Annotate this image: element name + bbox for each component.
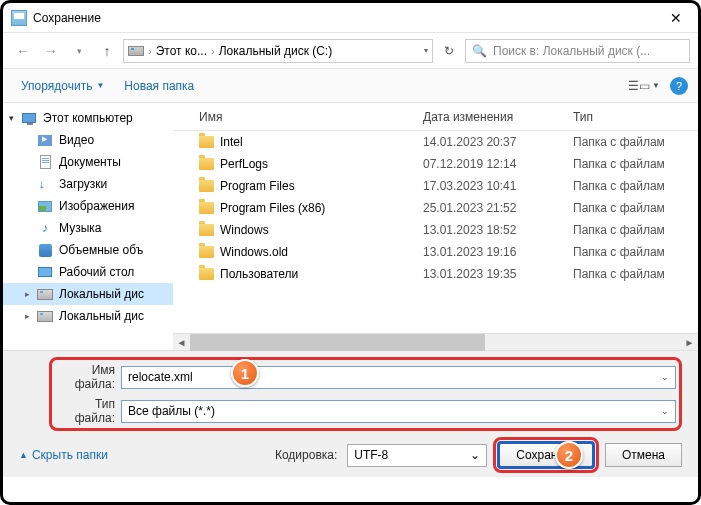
encoding-label: Кодировка: xyxy=(275,448,337,462)
tree-item-label: Локальный дис xyxy=(59,287,144,301)
folder-icon xyxy=(199,180,214,192)
file-type: Папка с файлам xyxy=(573,267,698,281)
refresh-button[interactable]: ↻ xyxy=(437,39,461,63)
doc-icon xyxy=(37,154,53,170)
nav-up-button[interactable]: ↑ xyxy=(95,39,119,63)
folder-icon xyxy=(199,202,214,214)
file-row[interactable]: Intel14.01.2023 20:37Папка с файлам xyxy=(173,131,698,153)
file-type: Папка с файлам xyxy=(573,201,698,215)
filename-label: Имя файла: xyxy=(55,363,121,391)
file-row[interactable]: PerfLogs07.12.2019 12:14Папка с файлам xyxy=(173,153,698,175)
file-row[interactable]: Program Files17.03.2023 10:41Папка с фай… xyxy=(173,175,698,197)
expand-icon[interactable] xyxy=(25,289,35,299)
file-name: Intel xyxy=(220,135,243,149)
tree-item[interactable]: Локальный дис xyxy=(3,305,173,327)
nav-row: ← → ▾ ↑ › Этот ко... › Локальный диск (C… xyxy=(3,33,698,69)
tree-item[interactable]: ♪Музыка xyxy=(3,217,173,239)
chevron-down-icon[interactable]: ⌄ xyxy=(661,406,669,416)
breadcrumb-drive[interactable]: Локальный диск (C:) xyxy=(219,44,333,58)
close-button[interactable]: ✕ xyxy=(662,10,690,26)
tree-item[interactable]: Объемные объ xyxy=(3,239,173,261)
folder-icon xyxy=(199,158,214,170)
nav-back-button[interactable]: ← xyxy=(11,39,35,63)
breadcrumb-sep-icon: › xyxy=(148,45,152,57)
expand-icon[interactable] xyxy=(25,311,35,321)
search-box[interactable]: 🔍 Поиск в: Локальный диск (... xyxy=(465,39,690,63)
chevron-down-icon[interactable]: ⌄ xyxy=(470,448,480,462)
window-title: Сохранение xyxy=(33,11,662,25)
file-row[interactable]: Пользователи13.01.2023 19:35Папка с файл… xyxy=(173,263,698,285)
file-date: 17.03.2023 10:41 xyxy=(423,179,573,193)
hide-folders-link[interactable]: ▲ Скрыть папки xyxy=(19,448,108,462)
file-name: Program Files (x86) xyxy=(220,201,325,215)
tree-item[interactable]: Изображения xyxy=(3,195,173,217)
breadcrumb-sep-icon: › xyxy=(211,45,215,57)
3d-icon xyxy=(37,242,53,258)
file-name: Windows xyxy=(220,223,269,237)
file-row[interactable]: Windows.old13.01.2023 19:16Папка с файла… xyxy=(173,241,698,263)
chevron-down-icon[interactable]: ⌄ xyxy=(661,372,669,382)
col-type-header[interactable]: Тип xyxy=(573,110,698,124)
scrollbar-thumb[interactable] xyxy=(190,334,485,351)
app-icon xyxy=(11,10,27,26)
tree-item[interactable]: Локальный дис xyxy=(3,283,173,305)
title-bar: Сохранение ✕ xyxy=(3,3,698,33)
file-type: Папка с файлам xyxy=(573,157,698,171)
breadcrumb-pc[interactable]: Этот ко... xyxy=(156,44,207,58)
view-mode-button[interactable]: ☰▭ ▼ xyxy=(628,79,660,93)
file-name: PerfLogs xyxy=(220,157,268,171)
tree-pc[interactable]: Этот компьютер xyxy=(3,107,173,129)
pc-icon xyxy=(22,113,36,123)
filetype-select[interactable]: Все файлы (*.*) ⌄ xyxy=(121,400,676,423)
tree-item-label: Изображения xyxy=(59,199,134,213)
drv-icon xyxy=(37,308,53,324)
scroll-left-icon[interactable]: ◄ xyxy=(173,337,190,348)
annotation-badge-1: 1 xyxy=(231,359,259,387)
organize-button[interactable]: Упорядочить▼ xyxy=(21,79,104,93)
folder-icon xyxy=(199,246,214,258)
img-icon xyxy=(37,198,53,214)
search-icon: 🔍 xyxy=(472,44,487,58)
nav-recent-drop[interactable]: ▾ xyxy=(67,39,91,63)
encoding-value: UTF-8 xyxy=(354,448,388,462)
collapse-icon: ▲ xyxy=(19,450,28,460)
file-date: 14.01.2023 20:37 xyxy=(423,135,573,149)
down-icon xyxy=(37,176,53,192)
tree-item-label: Локальный дис xyxy=(59,309,144,323)
address-dropdown-icon[interactable]: ▾ xyxy=(424,46,428,55)
filename-input[interactable] xyxy=(128,370,661,384)
file-row[interactable]: Program Files (x86)25.01.2023 21:52Папка… xyxy=(173,197,698,219)
address-bar[interactable]: › Этот ко... › Локальный диск (C:) ▾ xyxy=(123,39,433,63)
tree-item[interactable]: Документы xyxy=(3,151,173,173)
expand-icon[interactable] xyxy=(9,113,19,123)
tree-item-label: Музыка xyxy=(59,221,101,235)
folder-icon xyxy=(199,224,214,236)
horizontal-scrollbar[interactable]: ◄ ► xyxy=(173,333,698,350)
file-type: Папка с файлам xyxy=(573,245,698,259)
file-date: 07.12.2019 12:14 xyxy=(423,157,573,171)
folder-icon xyxy=(199,136,214,148)
encoding-select[interactable]: UTF-8 ⌄ xyxy=(347,444,487,467)
tree-item[interactable]: Рабочий стол xyxy=(3,261,173,283)
tree-item[interactable]: Загрузки xyxy=(3,173,173,195)
file-row[interactable]: Windows13.01.2023 18:52Папка с файлам xyxy=(173,219,698,241)
search-placeholder: Поиск в: Локальный диск (... xyxy=(493,44,650,58)
nav-tree: Этот компьютер ВидеоДокументыЗагрузкиИзо… xyxy=(3,103,173,350)
file-name: Windows.old xyxy=(220,245,288,259)
tree-item-label: Рабочий стол xyxy=(59,265,134,279)
cancel-button[interactable]: Отмена xyxy=(605,443,682,467)
col-date-header[interactable]: Дата изменения xyxy=(423,110,573,124)
file-name: Program Files xyxy=(220,179,295,193)
folder-icon xyxy=(199,268,214,280)
nav-forward-button[interactable]: → xyxy=(39,39,63,63)
file-type: Папка с файлам xyxy=(573,135,698,149)
filetype-value: Все файлы (*.*) xyxy=(128,404,215,418)
tree-item-label: Документы xyxy=(59,155,121,169)
desk-icon xyxy=(37,264,53,280)
help-button[interactable]: ? xyxy=(670,77,688,95)
filename-field[interactable]: ⌄ xyxy=(121,366,676,389)
tree-item[interactable]: Видео xyxy=(3,129,173,151)
scroll-right-icon[interactable]: ► xyxy=(681,337,698,348)
new-folder-button[interactable]: Новая папка xyxy=(124,79,194,93)
col-name-header[interactable]: Имя xyxy=(173,110,423,124)
